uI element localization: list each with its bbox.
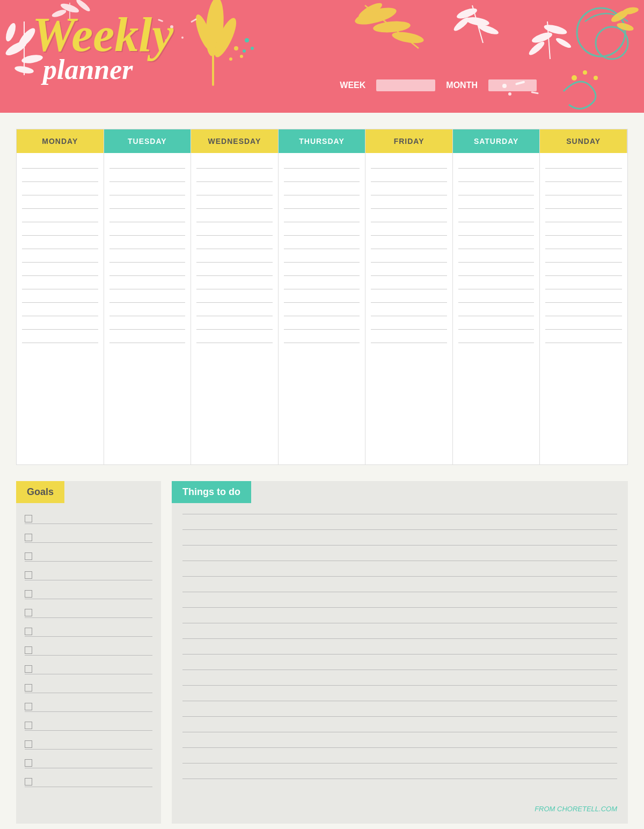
- day-col-sunday: [540, 153, 627, 464]
- todo-line: [182, 763, 617, 763]
- day-header-sunday: SUNDAY: [540, 129, 627, 153]
- day-col-friday: [365, 153, 453, 464]
- goal-checkbox[interactable]: [25, 722, 32, 729]
- goals-list: [16, 503, 161, 800]
- goal-checkbox[interactable]: [25, 759, 32, 767]
- day-header-monday: MONDAY: [17, 129, 104, 153]
- day-col-tuesday: [104, 153, 192, 464]
- todo-line: [182, 747, 617, 748]
- svg-point-27: [577, 8, 625, 56]
- svg-point-17: [353, 4, 398, 28]
- goal-item: [25, 661, 152, 674]
- goal-checkbox[interactable]: [25, 778, 32, 786]
- goal-item: [25, 755, 152, 768]
- svg-point-10: [203, 0, 225, 57]
- svg-point-29: [610, 8, 630, 24]
- svg-point-25: [477, 23, 500, 37]
- goal-item: [25, 736, 152, 750]
- goal-item: [25, 511, 152, 524]
- todo-line: [182, 561, 617, 561]
- todo-line: [182, 638, 617, 639]
- svg-point-14: [234, 46, 238, 50]
- svg-point-15: [240, 55, 243, 58]
- month-label: MONTH: [446, 81, 478, 90]
- todo-line: [182, 654, 617, 655]
- header: Weekly planner WEEK MONTH: [0, 0, 644, 113]
- day-col-saturday: [453, 153, 540, 464]
- todo-header: Things to do: [172, 481, 251, 503]
- svg-line-21: [365, 5, 419, 48]
- goal-item: [25, 567, 152, 580]
- weekly-label: Weekly: [32, 11, 173, 59]
- goal-checkbox[interactable]: [25, 740, 32, 748]
- goal-checkbox[interactable]: [25, 646, 32, 654]
- goal-item: [25, 529, 152, 543]
- svg-point-20: [356, 1, 384, 21]
- week-input[interactable]: [376, 79, 435, 91]
- goal-item: [25, 605, 152, 618]
- svg-point-30: [622, 6, 639, 15]
- todo-line: [182, 545, 617, 546]
- goal-checkbox[interactable]: [25, 552, 32, 560]
- svg-point-4: [14, 65, 34, 75]
- goal-checkbox[interactable]: [25, 703, 32, 710]
- svg-point-48: [508, 92, 511, 96]
- days-grid: MONDAY TUESDAY WEDNESDAY THURSDAY FRIDAY…: [16, 129, 628, 465]
- todo-line: [182, 701, 617, 701]
- svg-point-11: [210, 16, 240, 60]
- goal-checkbox[interactable]: [25, 571, 32, 579]
- svg-point-49: [572, 75, 577, 81]
- svg-point-51: [594, 76, 598, 80]
- svg-point-22: [456, 6, 478, 21]
- header-title: Weekly planner: [32, 11, 173, 85]
- svg-rect-13: [212, 54, 214, 86]
- goal-item: [25, 717, 152, 731]
- goal-checkbox[interactable]: [25, 665, 32, 673]
- svg-point-12: [193, 13, 216, 52]
- goal-checkbox[interactable]: [25, 628, 32, 635]
- month-input[interactable]: [488, 79, 537, 91]
- svg-point-43: [251, 47, 254, 50]
- goal-item: [25, 586, 152, 599]
- day-header-wednesday: WEDNESDAY: [191, 129, 279, 153]
- todo-line: [182, 623, 617, 623]
- goal-checkbox[interactable]: [25, 590, 32, 598]
- svg-point-24: [452, 16, 471, 33]
- todo-box: Things to do FROM CHORETELL.COM: [172, 481, 628, 824]
- svg-point-2: [4, 22, 17, 43]
- goal-item: [25, 774, 152, 787]
- svg-point-42: [245, 38, 249, 42]
- svg-rect-40: [191, 18, 197, 23]
- svg-rect-46: [531, 91, 538, 94]
- svg-point-18: [372, 20, 411, 34]
- todo-line: [182, 607, 617, 608]
- todo-line: [182, 732, 617, 732]
- svg-point-0: [4, 39, 28, 58]
- svg-point-31: [616, 21, 634, 32]
- bottom-section: Goals Things to do: [0, 476, 644, 829]
- goal-checkbox[interactable]: [25, 609, 32, 616]
- todo-line: [182, 779, 617, 779]
- goal-item: [25, 548, 152, 562]
- todo-line: [182, 716, 617, 717]
- goal-checkbox[interactable]: [25, 534, 32, 541]
- todo-line: [182, 576, 617, 577]
- goals-header: Goals: [16, 481, 64, 503]
- calendar-section: MONDAY TUESDAY WEDNESDAY THURSDAY FRIDAY…: [0, 113, 644, 476]
- svg-point-28: [596, 27, 628, 59]
- goal-checkbox[interactable]: [25, 684, 32, 692]
- footer-text: FROM CHORETELL.COM: [172, 799, 628, 813]
- todo-line: [182, 529, 617, 530]
- todo-line: [182, 514, 617, 514]
- goal-checkbox[interactable]: [25, 515, 32, 522]
- svg-point-50: [583, 70, 587, 75]
- svg-line-36: [547, 21, 550, 59]
- goal-item: [25, 680, 152, 693]
- day-header-friday: FRIDAY: [365, 129, 453, 153]
- todo-line: [182, 592, 617, 592]
- goal-item: [25, 699, 152, 712]
- svg-point-34: [527, 40, 546, 57]
- goals-box: Goals: [16, 481, 161, 824]
- svg-point-33: [543, 23, 568, 37]
- day-col-monday: [17, 153, 104, 464]
